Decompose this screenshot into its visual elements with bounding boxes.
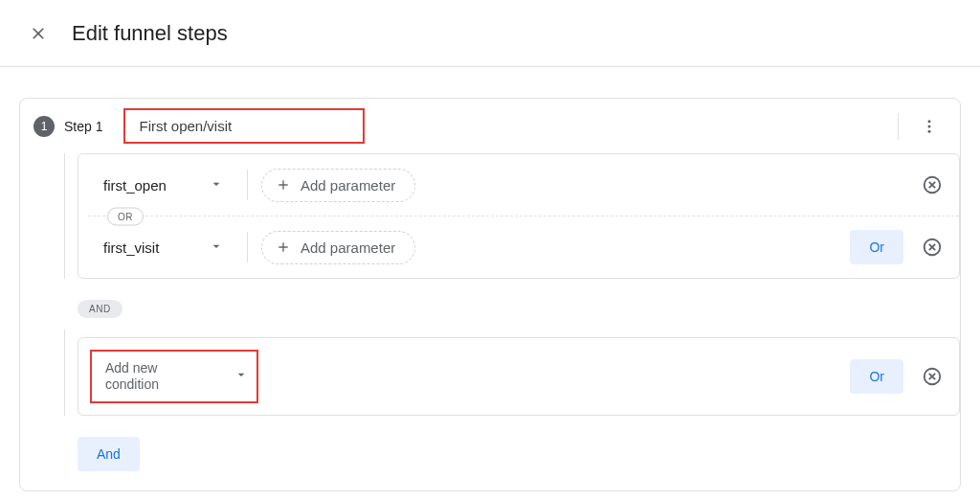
svg-point-2: [928, 129, 931, 132]
step-header-actions: [884, 109, 947, 144]
condition-group: Add new condition Or: [58, 330, 960, 416]
svg-point-1: [928, 125, 931, 127]
and-chip: AND: [78, 300, 122, 318]
step-card: 1 Step 1 first_open: [19, 98, 961, 491]
divider: [247, 170, 248, 200]
plus-icon: [276, 177, 291, 193]
svg-point-0: [928, 120, 931, 123]
add-condition-label: Add new condition: [105, 360, 211, 394]
remove-condition-button[interactable]: [919, 171, 946, 198]
condition-row: first_open Add parameter: [78, 154, 959, 216]
condition-row: Add new condition Or: [78, 338, 959, 415]
close-button[interactable]: [19, 14, 57, 53]
event-dropdown[interactable]: first_open: [90, 166, 234, 204]
and-button[interactable]: And: [78, 437, 140, 471]
and-chip-row: AND: [58, 300, 960, 318]
step-header: 1 Step 1: [20, 99, 960, 153]
step-number-badge: 1: [33, 116, 55, 137]
rail: [64, 330, 65, 416]
divider: [247, 232, 248, 262]
add-parameter-label: Add parameter: [301, 239, 395, 256]
top-bar: Edit funnel steps: [0, 0, 980, 67]
event-name: first_open: [103, 177, 167, 194]
condition-row: first_visit Add parameter Or: [78, 216, 959, 278]
add-parameter-button[interactable]: Add parameter: [261, 231, 415, 264]
step-body: first_open Add parameter: [20, 153, 960, 490]
rail: [64, 153, 65, 279]
step-menu-button[interactable]: [912, 109, 947, 144]
and-button-row: And: [58, 437, 960, 471]
add-condition-dropdown[interactable]: Add new condition: [90, 350, 258, 403]
remove-condition-button[interactable]: [919, 363, 946, 390]
divider: [898, 113, 899, 140]
remove-icon: [922, 237, 943, 258]
row-actions: [919, 171, 946, 198]
chevron-down-icon: [234, 367, 249, 387]
condition-card: first_open Add parameter: [78, 153, 960, 279]
remove-icon: [922, 366, 943, 387]
or-chip: OR: [107, 208, 144, 226]
page-title: Edit funnel steps: [72, 21, 228, 46]
remove-condition-button[interactable]: [919, 234, 946, 261]
close-icon: [29, 24, 48, 43]
content-area: 1 Step 1 first_open: [0, 67, 980, 501]
row-actions: Or: [850, 359, 946, 394]
step-name-input[interactable]: [123, 108, 365, 144]
or-button[interactable]: Or: [850, 230, 903, 264]
plus-icon: [276, 239, 291, 255]
row-actions: Or: [850, 230, 946, 264]
remove-icon: [922, 174, 943, 195]
event-name: first_visit: [103, 239, 159, 256]
or-button[interactable]: Or: [850, 359, 903, 394]
chevron-down-icon: [209, 176, 224, 194]
condition-group: first_open Add parameter: [58, 153, 960, 279]
event-dropdown[interactable]: first_visit: [90, 228, 234, 266]
add-parameter-label: Add parameter: [301, 177, 395, 194]
chevron-down-icon: [209, 239, 224, 257]
add-parameter-button[interactable]: Add parameter: [261, 169, 415, 202]
kebab-icon: [921, 118, 938, 135]
step-label: Step 1: [64, 119, 102, 134]
condition-card: Add new condition Or: [78, 337, 960, 416]
